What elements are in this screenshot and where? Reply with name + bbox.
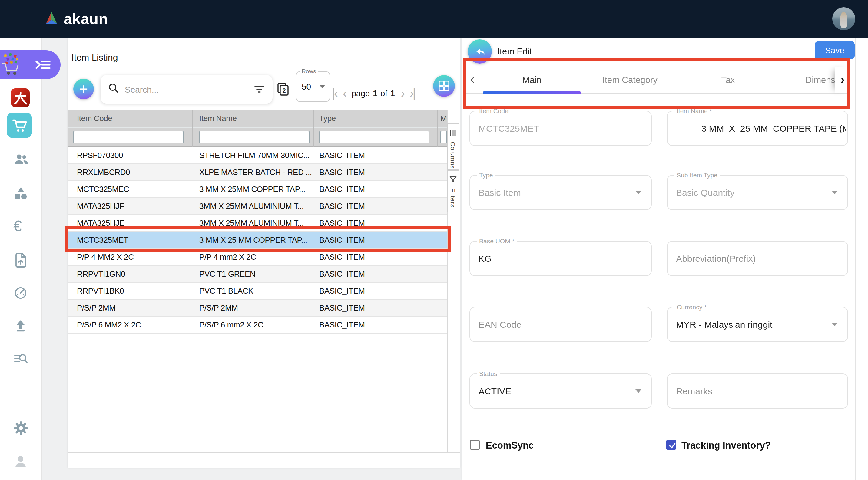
type-select[interactable]: Type Basic Item — [469, 175, 652, 210]
table-row[interactable]: RRPVTI1BK0 PVC T1 BLACK BASIC_ITEM — [68, 283, 447, 300]
last-page-button[interactable]: ›| — [410, 87, 414, 99]
table-row[interactable]: RRPVTI1GN0 PVC T1 GREEN BASIC_ITEM — [68, 266, 447, 283]
table-row[interactable]: RPSF070300 STRETCH FILM 70MM 30MIC... BA… — [68, 147, 447, 164]
active-app-banner[interactable] — [0, 50, 61, 79]
table-row[interactable]: P/S/P 2MM P/S/P 2MM BASIC_ITEM — [68, 300, 447, 316]
filters-funnel-icon — [450, 174, 457, 185]
duplicate-pages-icon[interactable]: 2 — [277, 83, 289, 98]
item-type-cell: BASIC_ITEM — [319, 151, 365, 160]
pagination: |‹ ‹ page 1 of 1 › ›| — [332, 87, 414, 100]
item-name-cell: P/P 4 mm2 X 2C — [199, 252, 256, 262]
table-row[interactable]: MCTC325MEC 3 MM X 25MM COPPER TAP... BAS… — [68, 181, 447, 198]
page-indicator: page 1 of 1 — [352, 89, 395, 98]
remarks-field[interactable]: Remarks — [667, 374, 848, 409]
list-search-icon[interactable] — [14, 352, 27, 366]
chevron-down-icon — [636, 191, 642, 194]
ecomsync-label: EcomSync — [486, 440, 534, 451]
panel-title: Item Edit — [497, 46, 532, 56]
current-page: 1 — [373, 89, 377, 98]
table-row[interactable]: MCTC325MET 3 MM X 25 MM COPPER TAP... BA… — [68, 232, 447, 249]
columns-tab-label: Columns — [450, 142, 457, 169]
tracking-inventory-checkbox[interactable] — [666, 440, 676, 450]
header-item-code[interactable]: Item Code — [77, 114, 112, 123]
tabs-scroll-right-button[interactable]: › — [835, 67, 850, 93]
status-value: ACTIVE — [478, 386, 511, 396]
ean-code-field[interactable]: EAN Code — [469, 307, 652, 342]
tab-main[interactable]: Main — [483, 67, 581, 93]
tab-dimension[interactable]: Dimension — [777, 67, 868, 93]
type-label: Type — [477, 171, 495, 178]
item-code-cell: MATA325HJF — [77, 202, 124, 211]
people-icon[interactable] — [14, 153, 27, 167]
sub-item-type-select[interactable]: Sub Item Type Basic Quantity — [667, 175, 848, 210]
item-name-cell: 3 MM X 25 MM COPPER TAP... — [199, 236, 307, 244]
item-code-cell: RRXLMBCRD0 — [77, 168, 130, 177]
menu-open-icon[interactable] — [35, 59, 51, 73]
item-name-cell: 3 MM X 25MM COPPER TAP... — [199, 184, 305, 194]
filter-input-type[interactable] — [319, 131, 430, 143]
filter-input-item-name[interactable] — [199, 131, 310, 143]
header-item-name[interactable]: Item Name — [199, 114, 237, 123]
avatar-photo — [840, 12, 847, 28]
item-code-cell: MCTC325MET — [77, 236, 128, 244]
type-value: Basic Item — [478, 187, 521, 198]
table-row[interactable]: MATA325HJE 3MM X 25MM ALUMINIUM T... BAS… — [68, 215, 447, 232]
item-code-cell: P/P 4 MM2 X 2C — [77, 252, 134, 262]
table-row[interactable]: RRXLMBCRD0 XLPE MASTER BATCH - RED ... B… — [68, 164, 447, 181]
search-input[interactable] — [124, 84, 254, 95]
filter-list-icon[interactable] — [254, 84, 264, 95]
status-select[interactable]: Status ACTIVE — [469, 374, 652, 409]
item-name-cell: XLPE MASTER BATCH - RED ... — [199, 168, 312, 177]
item-name-cell: PVC T1 BLACK — [199, 286, 253, 296]
item-type-cell: BASIC_ITEM — [319, 184, 365, 194]
abbreviation-field[interactable]: Abbreviation(Prefix) — [667, 241, 848, 276]
ecomsync-checkbox[interactable] — [470, 440, 480, 450]
prev-page-button[interactable]: ‹ — [343, 87, 346, 99]
grid-view-button[interactable] — [433, 75, 455, 97]
columns-side-tab[interactable]: Columns — [447, 124, 459, 170]
top-navbar: akaun — [0, 0, 868, 38]
filters-side-tab[interactable]: Filters — [447, 170, 459, 212]
base-uom-field[interactable]: Base UOM * KG — [469, 241, 652, 276]
shapes-icon[interactable] — [14, 186, 27, 200]
next-page-button[interactable]: › — [401, 87, 404, 99]
file-upload-icon[interactable] — [14, 253, 27, 266]
brand-logo[interactable]: akaun — [43, 10, 108, 28]
header-clipped[interactable]: M — [440, 114, 447, 123]
item-name-value: 3 MM X 25 MM COPPER TAPE (METR — [668, 111, 846, 145]
first-page-button[interactable]: |‹ — [332, 87, 337, 99]
back-button[interactable] — [468, 39, 492, 64]
settings-gear-icon[interactable] — [14, 421, 27, 435]
table-row[interactable]: MATA325HJF 3MM X 25MM ALUMINIUM T... BAS… — [68, 198, 447, 215]
app-root: akaun — [0, 0, 868, 480]
filter-input-item-code[interactable] — [73, 131, 184, 143]
column-divider — [437, 110, 438, 147]
profile-icon[interactable] — [14, 454, 27, 468]
tab-tax[interactable]: Tax — [679, 67, 777, 93]
save-button[interactable]: Save — [815, 41, 855, 59]
table-header-row: Item Code Item Name Type M — [68, 110, 447, 127]
add-item-button[interactable]: + — [73, 79, 94, 99]
item-name-cell: 3MM X 25MM ALUMINIUM T... — [199, 218, 304, 228]
total-pages: 1 — [391, 89, 395, 98]
currency-value: MYR - Malaysian ringgit — [676, 319, 772, 330]
euro-icon[interactable]: € — [13, 219, 27, 233]
currency-select[interactable]: Currency * MYR - Malaysian ringgit — [667, 307, 848, 342]
filter-input-clipped[interactable] — [440, 131, 447, 143]
upload-icon[interactable] — [14, 319, 27, 332]
panel-scrollbar-divider[interactable] — [855, 38, 856, 480]
user-avatar[interactable] — [832, 7, 855, 30]
ecommerce-cart-app-icon[interactable] — [7, 112, 32, 138]
checkbox-row: EcomSync Tracking Inventory? — [462, 440, 868, 450]
timer-icon[interactable] — [14, 286, 27, 299]
table-row[interactable]: P/P 4 MM2 X 2C P/P 4 mm2 X 2C BASIC_ITEM — [68, 249, 447, 266]
tabs-scroll-left-button[interactable]: ‹ — [465, 67, 480, 93]
table-row[interactable]: P/S/P 6 MM2 X 2C P/S/P 6 mm2 X 2C BASIC_… — [68, 316, 447, 334]
da-app-icon[interactable] — [11, 89, 30, 107]
header-type[interactable]: Type — [319, 114, 336, 123]
rows-per-page-select[interactable]: Rows 50 — [296, 71, 330, 102]
brand-logo-icon — [43, 10, 59, 28]
column-divider — [192, 110, 193, 147]
item-name-field[interactable]: Item Name * 3 MM X 25 MM COPPER TAPE (ME… — [667, 111, 848, 146]
tab-item-category[interactable]: Item Category — [581, 67, 679, 93]
